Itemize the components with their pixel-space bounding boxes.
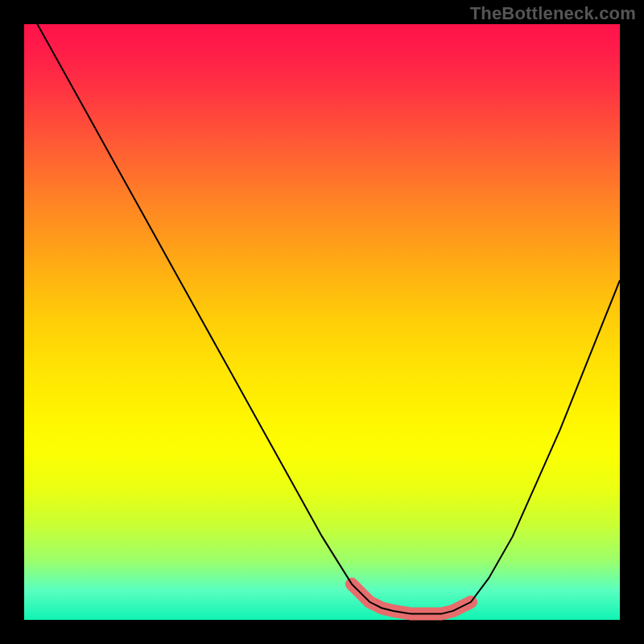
optimal-zone-highlight: [352, 584, 471, 614]
bottleneck-curve: [24, 0, 620, 613]
chart-frame: TheBottleneck.com: [0, 0, 644, 644]
plot-area: [24, 24, 620, 620]
curve-layer: [24, 24, 620, 620]
watermark-text: TheBottleneck.com: [470, 3, 636, 24]
